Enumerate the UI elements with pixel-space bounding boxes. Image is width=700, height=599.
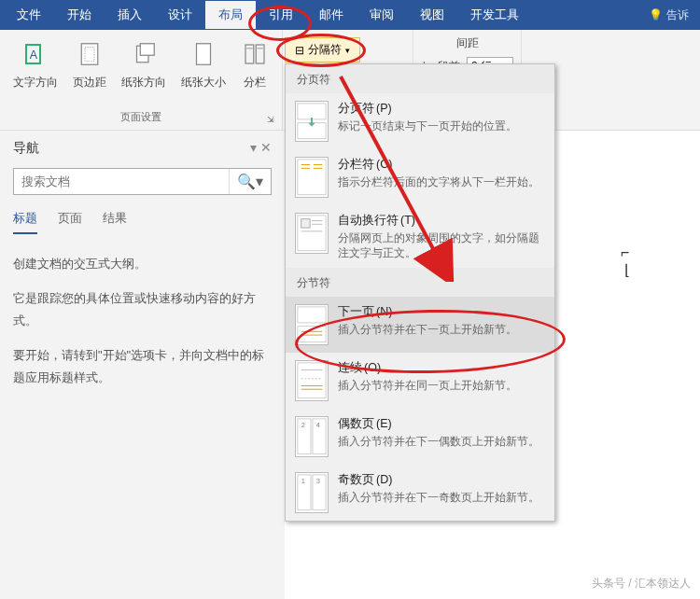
dd-title: 自动换行符 [338, 214, 399, 227]
columns-label: 分栏 [244, 75, 266, 91]
dd-key: (P) [376, 102, 392, 115]
page-setup-title: 页面设置 [120, 108, 161, 126]
dd-item-continuous[interactable]: 连续(O) 插入分节符并在同一页上开始新节。 [286, 353, 554, 409]
svg-rect-19 [301, 219, 310, 228]
margins-icon [76, 37, 104, 71]
dd-key: (N) [376, 305, 392, 318]
margins-label: 页边距 [73, 75, 106, 91]
ribbon-group-page-setup: A 文字方向 页边距 纸张方向 纸张大小 [0, 30, 283, 130]
svg-rect-7 [245, 45, 254, 63]
menu-insert[interactable]: 插入 [105, 1, 155, 29]
separator-button[interactable]: ⊟ 分隔符 ▾ [285, 37, 360, 63]
svg-text:4: 4 [316, 422, 320, 430]
menu-home[interactable]: 开始 [54, 1, 105, 29]
text-wrapping-icon [295, 213, 329, 254]
nav-body-p1: 创建文档的交互式大纲。 [13, 253, 272, 274]
nav-body: 创建文档的交互式大纲。 它是跟踪您的具体位置或快速移动内容的好方式。 要开始，请… [13, 253, 272, 388]
separator-icon: ⊟ [295, 44, 304, 57]
columns-icon [241, 37, 269, 71]
page-setup-launcher-icon[interactable]: ⇲ [267, 115, 278, 126]
dd-title: 连续 [338, 361, 362, 374]
orientation-label: 纸张方向 [121, 75, 166, 91]
nav-title: 导航 [13, 140, 39, 157]
lightbulb-icon: 💡 [649, 8, 663, 21]
even-page-icon: 24 [295, 416, 329, 457]
nav-body-p3: 要开始，请转到"开始"选项卡，并向文档中的标题应用标题样式。 [13, 344, 272, 388]
text-direction-label: 文字方向 [13, 75, 58, 91]
orientation-button[interactable]: 纸张方向 [118, 35, 170, 108]
dd-key: (E) [376, 417, 392, 430]
menu-review[interactable]: 审阅 [357, 1, 407, 29]
nav-search: 🔍▾ [13, 168, 272, 195]
next-page-icon [295, 304, 329, 345]
menu-layout[interactable]: 布局 [205, 1, 256, 29]
odd-page-icon: 13 [295, 472, 329, 513]
dd-section-section-breaks: 分节符 [286, 268, 554, 297]
menu-mailings[interactable]: 邮件 [306, 1, 357, 29]
dd-title: 偶数页 [338, 417, 374, 430]
dd-desc: 插入分节符并在下一奇数页上开始新节。 [338, 490, 545, 505]
dd-key: (C) [376, 158, 392, 171]
search-icon[interactable]: 🔍▾ [229, 169, 271, 194]
columns-button[interactable]: 分栏 [237, 35, 273, 108]
menubar: 文件 开始 插入 设计 布局 引用 邮件 审阅 视图 开发工具 💡 告诉 [0, 0, 700, 30]
text-direction-icon: A [21, 37, 49, 71]
spacing-title: 间距 [456, 35, 479, 51]
dd-section-page-breaks: 分页符 [286, 64, 554, 93]
margins-button[interactable]: 页边距 [69, 35, 110, 108]
dd-item-page-break[interactable]: 分页符(P) 标记一页结束与下一页开始的位置。 [286, 93, 554, 149]
menu-file[interactable]: 文件 [4, 1, 54, 29]
page-break-icon [295, 101, 329, 142]
chevron-down-icon: ▾ [345, 46, 350, 55]
search-input[interactable] [14, 169, 229, 194]
nav-tab-headings[interactable]: 标题 [13, 210, 37, 234]
nav-tab-pages[interactable]: 页面 [58, 210, 82, 234]
svg-text:2: 2 [301, 422, 305, 430]
dd-item-odd-page[interactable]: 13 奇数页(D) 插入分节符并在下一奇数页上开始新节。 [286, 465, 554, 521]
dd-desc: 插入分节符并在下一页上开始新节。 [338, 322, 545, 337]
document-area[interactable] [560, 131, 700, 578]
nav-tab-results[interactable]: 结果 [103, 210, 127, 234]
tell-me[interactable]: 💡 告诉 [649, 7, 696, 23]
cursor-icon: ⌐ ⌊ [621, 244, 630, 279]
svg-rect-11 [298, 104, 326, 119]
nav-body-p2: 它是跟踪您的具体位置或快速移动内容的好方式。 [13, 287, 272, 331]
svg-rect-24 [298, 327, 326, 342]
dd-desc: 插入分节符并在下一偶数页上开始新节。 [338, 434, 545, 449]
svg-text:3: 3 [316, 478, 320, 486]
menu-devtools[interactable]: 开发工具 [457, 1, 532, 29]
separator-label: 分隔符 [308, 42, 342, 58]
column-break-icon [295, 157, 329, 198]
text-direction-button[interactable]: A 文字方向 [9, 35, 62, 108]
svg-rect-8 [256, 45, 264, 63]
menu-design[interactable]: 设计 [155, 1, 205, 29]
svg-text:1: 1 [301, 478, 305, 486]
svg-rect-6 [197, 44, 211, 65]
dd-desc: 标记一页结束与下一页开始的位置。 [338, 118, 545, 133]
dd-title: 分页符 [338, 102, 374, 115]
dd-desc: 插入分节符并在同一页上开始新节。 [338, 378, 545, 393]
size-button[interactable]: 纸张大小 [177, 35, 230, 108]
watermark: 头条号 / 汇本领达人 [592, 576, 691, 592]
dd-item-text-wrapping[interactable]: 自动换行符(T) 分隔网页上的对象周围的文字，如分隔题注文字与正文。 [286, 205, 554, 268]
dd-desc: 分隔网页上的对象周围的文字，如分隔题注文字与正文。 [338, 230, 545, 260]
dd-key: (O) [364, 361, 381, 374]
dd-desc: 指示分栏符后面的文字将从下一栏开始。 [338, 174, 545, 189]
dd-item-next-page[interactable]: 下一页(N) 插入分节符并在下一页上开始新节。 [286, 297, 554, 353]
svg-rect-27 [298, 363, 326, 398]
dd-item-column-break[interactable]: 分栏符(C) 指示分栏符后面的文字将从下一栏开始。 [286, 149, 554, 205]
size-icon [189, 37, 217, 71]
svg-text:A: A [30, 49, 38, 62]
dd-title: 分栏符 [338, 158, 374, 171]
nav-close-button[interactable]: ▾ ✕ [250, 140, 272, 157]
dd-key: (D) [376, 473, 392, 486]
dd-item-even-page[interactable]: 24 偶数页(E) 插入分节符并在下一偶数页上开始新节。 [286, 409, 554, 465]
menu-references[interactable]: 引用 [256, 1, 306, 29]
orientation-icon [130, 37, 158, 71]
svg-rect-5 [140, 44, 154, 56]
dd-title: 下一页 [338, 305, 374, 318]
menu-view[interactable]: 视图 [407, 1, 457, 29]
dd-key: (T) [400, 214, 415, 227]
size-label: 纸张大小 [181, 75, 226, 91]
svg-rect-23 [298, 307, 326, 323]
